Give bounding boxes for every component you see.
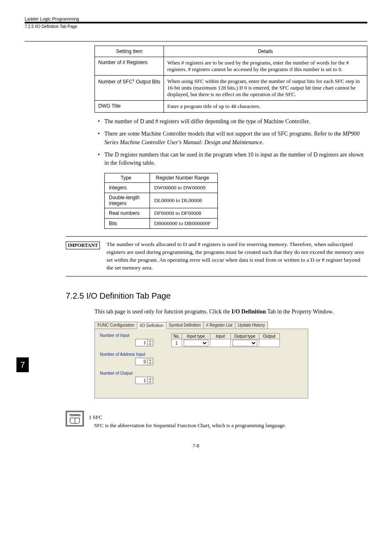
input-type-select[interactable] — [184, 340, 208, 346]
number-of-address-input-field: Number of Address Input ▲▼ — [100, 352, 166, 365]
table-row: Real numbersDF00000 to DF00008 — [105, 208, 218, 219]
terms-footnote: 1 SFC SFC is the abbreviation for Sequen… — [89, 413, 286, 429]
number-of-input-field: Number of Input ▲▼ — [100, 333, 166, 346]
table-row: 1 — [172, 339, 280, 347]
number-of-output-field: Number of Output ▲▼ — [100, 371, 166, 384]
important-callout: IMPORTANT The number of words allocated … — [66, 236, 367, 276]
setting-header-item: Setting Item — [95, 46, 164, 57]
tab-update-history[interactable]: Update History — [235, 322, 268, 329]
mini-input-type-cell — [182, 339, 210, 347]
setting-table: Setting Item Details Number of # Registe… — [95, 46, 367, 113]
spinner-up-icon[interactable]: ▲ — [148, 358, 153, 362]
setting-item-label: Number of # Registers — [95, 57, 164, 76]
chapter-side-tab: 7 — [16, 357, 29, 372]
table-row: Double-length integersDL00000 to DL00008 — [105, 193, 218, 208]
io-definition-panel: FUNC Configuration I/O Definition Symbol… — [95, 322, 308, 398]
setting-item-details: Enter a program title of up to 48 charac… — [164, 101, 367, 113]
spinner-up-icon[interactable]: ▲ — [148, 377, 153, 380]
table-row: DWG Title Enter a program title of up to… — [95, 101, 367, 113]
number-of-output-spinner[interactable]: ▲▼ — [135, 377, 153, 384]
important-text: The number of words allocated to D and #… — [106, 241, 367, 272]
bullet-list: The number of D and # registers will dif… — [95, 117, 367, 167]
tab-symbol-definition[interactable]: Symbol Definition — [166, 322, 204, 329]
input-label: Number of Input — [100, 333, 166, 338]
setting-item-details: When # registers are to be used by the p… — [164, 57, 367, 76]
spinner-up-icon[interactable]: ▲ — [148, 339, 153, 343]
running-header-section: 7.2.5 I/O Definition Tab Page — [25, 23, 367, 41]
number-of-address-spinner[interactable]: ▲▼ — [135, 358, 153, 365]
mini-header-input-type: Input type — [182, 334, 210, 339]
mini-header-output: Output — [259, 334, 279, 339]
tab-register-list[interactable]: # Register List — [203, 322, 235, 329]
terms-icon: TERMS — [66, 411, 84, 426]
terms-icon-label: TERMS — [69, 414, 81, 417]
spinner-down-icon[interactable]: ▼ — [148, 343, 153, 346]
tab-func-configuration[interactable]: FUNC Configuration — [95, 322, 137, 329]
number-of-address-value[interactable] — [136, 358, 147, 365]
mini-output-type-cell — [231, 339, 259, 347]
spinner-down-icon[interactable]: ▼ — [148, 362, 153, 365]
setting-header-details: Details — [164, 46, 367, 57]
number-of-input-value[interactable] — [136, 339, 147, 346]
table-row: Number of SFC1 Output Bits When using SF… — [95, 76, 367, 101]
output-label: Number of Output — [100, 371, 166, 375]
book-icon — [70, 418, 80, 424]
number-of-input-spinner[interactable]: ▲▼ — [135, 339, 153, 346]
section-heading: 7.2.5 I/O Definition Tab Page — [66, 291, 367, 301]
table-row: IntegersDW00000 to DW00009 — [105, 183, 218, 193]
register-range-table: Type Register Number Range IntegersDW000… — [104, 173, 218, 229]
mini-output-cell[interactable] — [259, 339, 279, 347]
tab-strip: FUNC Configuration I/O Definition Symbol… — [95, 322, 308, 329]
io-mini-table: No. Input type Input Output type Output … — [171, 333, 280, 347]
tab-io-definition[interactable]: I/O Definition — [137, 322, 166, 329]
address-input-label: Number of Address Input — [100, 352, 166, 357]
output-type-select[interactable] — [233, 340, 257, 346]
section-paragraph: This tab page is used only for function … — [95, 307, 367, 316]
setting-item-label: DWG Title — [95, 101, 164, 113]
reg-header-type: Type — [105, 173, 150, 183]
important-tag: IMPORTANT — [66, 242, 100, 249]
spinner-down-icon[interactable]: ▼ — [148, 380, 153, 384]
setting-item-label: Number of SFC1 Output Bits — [95, 76, 164, 101]
page-number: 7-8 — [25, 443, 367, 448]
list-item: The number of D and # registers will dif… — [100, 117, 367, 126]
list-item: There are some Machine Controller models… — [100, 130, 367, 147]
reg-header-range: Register Number Range — [150, 173, 218, 183]
mini-header-no: No. — [172, 334, 182, 339]
table-row: BitsDB000000 to DB000009F — [105, 219, 218, 229]
list-item: The D register numbers that can be used … — [100, 151, 367, 168]
mini-header-output-type: Output type — [231, 334, 259, 339]
running-header-chapter: Ladder Logic Programming — [25, 16, 367, 21]
mini-input-cell[interactable] — [210, 339, 231, 347]
mini-header-input: Input — [210, 334, 231, 339]
number-of-output-value[interactable] — [136, 377, 147, 384]
mini-row-no: 1 — [172, 339, 182, 347]
setting-item-details: When using SFC within the program, enter… — [164, 76, 367, 101]
table-row: Number of # Registers When # registers a… — [95, 57, 367, 76]
